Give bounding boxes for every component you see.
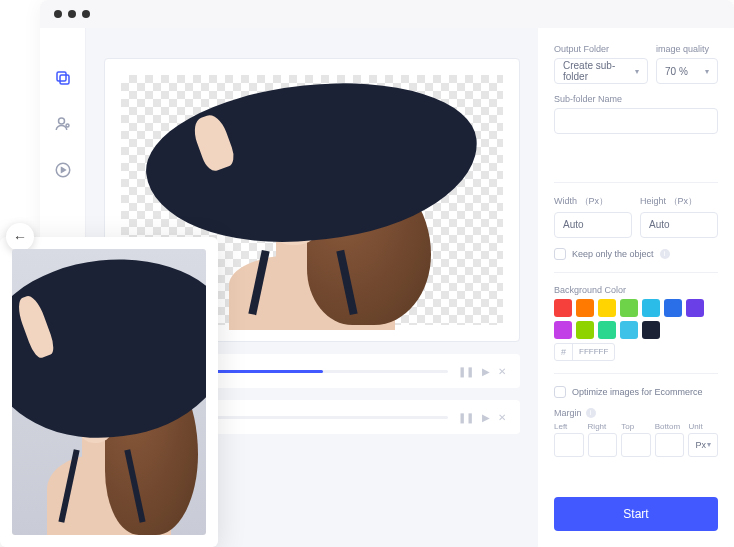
margin-bottom-input[interactable] (655, 433, 685, 457)
pause-icon[interactable]: ❚❚ (458, 412, 474, 423)
subfolder-input[interactable] (554, 108, 718, 134)
keep-only-checkbox[interactable]: Keep only the object i (554, 248, 718, 260)
margin-label: Margin (554, 408, 582, 418)
width-label: Width （Px） (554, 195, 632, 208)
image-quality-label: image quality (656, 44, 718, 54)
original-image (12, 249, 206, 535)
color-swatch[interactable] (554, 321, 572, 339)
height-input[interactable]: Auto (640, 212, 718, 238)
bgcolor-label: Background Color (554, 285, 718, 295)
margin-left-input[interactable] (554, 433, 584, 457)
image-quality-select[interactable]: 70 %▾ (656, 58, 718, 84)
user-icon[interactable] (53, 114, 73, 134)
play-icon[interactable]: ▶ (482, 366, 490, 377)
color-swatch[interactable] (664, 299, 682, 317)
chevron-down-icon: ▾ (635, 67, 639, 76)
output-folder-select[interactable]: Create sub-folder▾ (554, 58, 648, 84)
cutout-subject (182, 75, 442, 325)
info-icon[interactable]: i (586, 408, 596, 418)
layers-icon[interactable] (53, 68, 73, 88)
checkbox-icon (554, 386, 566, 398)
window-dot[interactable] (68, 10, 76, 18)
svg-rect-1 (60, 75, 69, 84)
checkbox-icon (554, 248, 566, 260)
chevron-down-icon: ▾ (705, 67, 709, 76)
window-dot[interactable] (82, 10, 90, 18)
svg-point-2 (58, 118, 64, 124)
svg-point-3 (66, 124, 69, 127)
info-icon[interactable]: i (660, 249, 670, 259)
width-input[interactable]: Auto (554, 212, 632, 238)
close-icon[interactable]: ✕ (498, 412, 506, 423)
color-swatch[interactable] (554, 299, 572, 317)
color-swatch[interactable] (642, 299, 660, 317)
titlebar (40, 0, 734, 28)
color-swatches: #FFFFFF (554, 299, 718, 361)
color-swatch[interactable] (598, 321, 616, 339)
start-button[interactable]: Start (554, 497, 718, 531)
svg-rect-0 (57, 72, 66, 81)
play-circle-icon[interactable] (53, 160, 73, 180)
window-dot[interactable] (54, 10, 62, 18)
color-swatch[interactable] (620, 321, 638, 339)
color-swatch[interactable] (576, 321, 594, 339)
margin-right-input[interactable] (588, 433, 618, 457)
subfolder-label: Sub-folder Name (554, 94, 718, 104)
color-swatch[interactable] (686, 299, 704, 317)
color-swatch[interactable] (620, 299, 638, 317)
play-icon[interactable]: ▶ (482, 412, 490, 423)
optimize-checkbox[interactable]: Optimize images for Ecommerce (554, 386, 718, 398)
chevron-down-icon: ▾ (707, 440, 711, 449)
back-button[interactable]: ← (6, 223, 34, 251)
original-preview-card: ← (0, 237, 218, 547)
color-swatch[interactable] (642, 321, 660, 339)
close-icon[interactable]: ✕ (498, 366, 506, 377)
hex-input[interactable]: #FFFFFF (554, 343, 615, 361)
height-label: Height （Px） (640, 195, 718, 208)
output-folder-label: Output Folder (554, 44, 648, 54)
margin-unit-select[interactable]: Px▾ (688, 433, 718, 457)
color-swatch[interactable] (576, 299, 594, 317)
pause-icon[interactable]: ❚❚ (458, 366, 474, 377)
settings-panel: Output Folder Create sub-folder▾ image q… (538, 28, 734, 547)
color-swatch[interactable] (598, 299, 616, 317)
margin-top-input[interactable] (621, 433, 651, 457)
